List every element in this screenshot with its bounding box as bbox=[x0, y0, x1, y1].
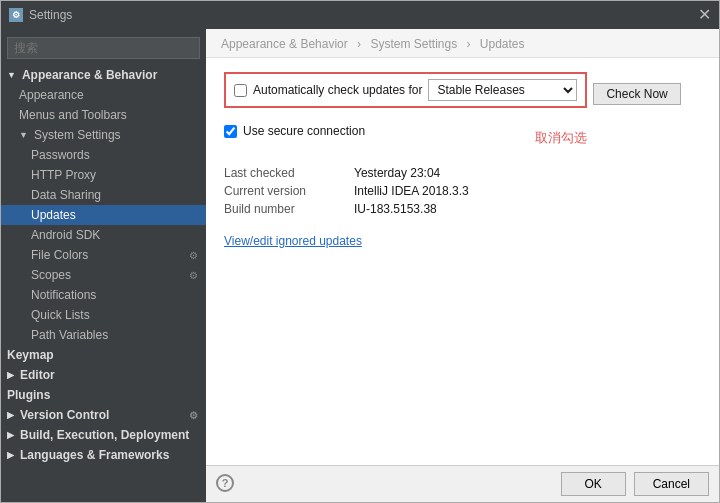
breadcrumb-separator-2: › bbox=[466, 37, 473, 51]
sidebar-item-android-sdk[interactable]: Android SDK bbox=[1, 225, 206, 245]
main-content: ▼ Appearance & Behavior Appearance Menus… bbox=[1, 29, 719, 502]
cancel-button[interactable]: Cancel bbox=[634, 472, 709, 496]
scopes-icon: ⚙ bbox=[189, 270, 198, 281]
sidebar-item-build-execution[interactable]: ▶ Build, Execution, Deployment bbox=[1, 425, 206, 445]
build-number-value: IU-183.5153.38 bbox=[354, 202, 437, 216]
breadcrumb: Appearance & Behavior › System Settings … bbox=[206, 29, 719, 58]
breadcrumb-separator-1: › bbox=[357, 37, 364, 51]
sidebar-item-updates[interactable]: Updates bbox=[1, 205, 206, 225]
sidebar-label: Menus and Toolbars bbox=[19, 108, 127, 122]
sidebar-label: Quick Lists bbox=[31, 308, 90, 322]
settings-window: ⚙ Settings ✕ ▼ Appearance & Behavior App… bbox=[0, 0, 720, 503]
stable-releases-dropdown[interactable]: Stable Releases Early Access Program Bet… bbox=[428, 79, 577, 101]
sidebar-label: Appearance bbox=[19, 88, 84, 102]
bottom-bar: ? OK Cancel bbox=[206, 465, 719, 502]
expand-icon: ▼ bbox=[19, 130, 28, 140]
auto-check-row: Automatically check updates for Stable R… bbox=[224, 72, 587, 108]
version-control-icon: ⚙ bbox=[189, 410, 198, 421]
sidebar-item-menus-toolbars[interactable]: Menus and Toolbars bbox=[1, 105, 206, 125]
right-panel: Appearance & Behavior › System Settings … bbox=[206, 29, 719, 502]
sidebar-label: Languages & Frameworks bbox=[20, 448, 169, 462]
file-colors-icon: ⚙ bbox=[189, 250, 198, 261]
expand-icon: ▼ bbox=[7, 70, 16, 80]
sidebar-label: Plugins bbox=[7, 388, 50, 402]
last-checked-value: Yesterday 23:04 bbox=[354, 166, 440, 180]
sidebar-item-version-control[interactable]: ▶ Version Control ⚙ bbox=[1, 405, 206, 425]
sidebar-label: File Colors bbox=[31, 248, 88, 262]
breadcrumb-part-1: Appearance & Behavior bbox=[221, 37, 348, 51]
cancel-annotation: 取消勾选 bbox=[535, 129, 587, 147]
ok-button[interactable]: OK bbox=[561, 472, 626, 496]
sidebar-label: Version Control bbox=[20, 408, 109, 422]
sidebar-label: Path Variables bbox=[31, 328, 108, 342]
sidebar-label: System Settings bbox=[34, 128, 121, 142]
sidebar-item-file-colors[interactable]: File Colors ⚙ bbox=[1, 245, 206, 265]
build-number-label: Build number bbox=[224, 202, 354, 216]
sidebar-item-passwords[interactable]: Passwords bbox=[1, 145, 206, 165]
build-number-row: Build number IU-183.5153.38 bbox=[224, 202, 701, 216]
secure-connection-container: Use secure connection 取消勾选 bbox=[224, 124, 701, 152]
sidebar-label: Scopes bbox=[31, 268, 71, 282]
sidebar-label: Notifications bbox=[31, 288, 96, 302]
current-version-label: Current version bbox=[224, 184, 354, 198]
check-now-button[interactable]: Check Now bbox=[593, 83, 680, 105]
close-button[interactable]: ✕ bbox=[698, 7, 711, 23]
sidebar-item-notifications[interactable]: Notifications bbox=[1, 285, 206, 305]
sidebar-item-appearance[interactable]: Appearance bbox=[1, 85, 206, 105]
sidebar-label: Build, Execution, Deployment bbox=[20, 428, 189, 442]
current-version-value: IntelliJ IDEA 2018.3.3 bbox=[354, 184, 469, 198]
dropdown-container: Stable Releases Early Access Program Bet… bbox=[428, 79, 577, 101]
sidebar-item-data-sharing[interactable]: Data Sharing bbox=[1, 185, 206, 205]
window-title: Settings bbox=[29, 8, 72, 22]
sidebar-item-languages-frameworks[interactable]: ▶ Languages & Frameworks bbox=[1, 445, 206, 465]
sidebar: ▼ Appearance & Behavior Appearance Menus… bbox=[1, 29, 206, 502]
auto-check-checkbox[interactable] bbox=[234, 84, 247, 97]
last-checked-row: Last checked Yesterday 23:04 bbox=[224, 166, 701, 180]
expand-icon: ▶ bbox=[7, 450, 14, 460]
sidebar-item-scopes[interactable]: Scopes ⚙ bbox=[1, 265, 206, 285]
footer-buttons: OK Cancel bbox=[561, 472, 709, 496]
info-table: Last checked Yesterday 23:04 Current ver… bbox=[224, 166, 701, 216]
last-checked-label: Last checked bbox=[224, 166, 354, 180]
sidebar-label: Editor bbox=[20, 368, 55, 382]
secure-connection-checkbox[interactable] bbox=[224, 125, 237, 138]
sidebar-label: Updates bbox=[31, 208, 76, 222]
sidebar-label: Appearance & Behavior bbox=[22, 68, 157, 82]
auto-check-label: Automatically check updates for bbox=[253, 83, 422, 97]
current-version-row: Current version IntelliJ IDEA 2018.3.3 bbox=[224, 184, 701, 198]
view-ignored-link[interactable]: View/edit ignored updates bbox=[224, 234, 362, 248]
title-bar: ⚙ Settings ✕ bbox=[1, 1, 719, 29]
expand-icon: ▶ bbox=[7, 430, 14, 440]
sidebar-label: Passwords bbox=[31, 148, 90, 162]
secure-row: Use secure connection bbox=[224, 124, 365, 138]
secure-connection-label: Use secure connection bbox=[243, 124, 365, 138]
content-area: Automatically check updates for Stable R… bbox=[206, 58, 719, 465]
sidebar-item-plugins[interactable]: Plugins bbox=[1, 385, 206, 405]
title-bar-left: ⚙ Settings bbox=[9, 8, 72, 22]
sidebar-item-system-settings[interactable]: ▼ System Settings bbox=[1, 125, 206, 145]
sidebar-item-quick-lists[interactable]: Quick Lists bbox=[1, 305, 206, 325]
help-button[interactable]: ? bbox=[216, 474, 234, 492]
search-input[interactable] bbox=[7, 37, 200, 59]
expand-icon: ▶ bbox=[7, 370, 14, 380]
sidebar-item-keymap[interactable]: Keymap bbox=[1, 345, 206, 365]
breadcrumb-part-3: Updates bbox=[480, 37, 525, 51]
sidebar-item-http-proxy[interactable]: HTTP Proxy bbox=[1, 165, 206, 185]
sidebar-label: Android SDK bbox=[31, 228, 100, 242]
sidebar-label: HTTP Proxy bbox=[31, 168, 96, 182]
sidebar-item-path-variables[interactable]: Path Variables bbox=[1, 325, 206, 345]
breadcrumb-part-2: System Settings bbox=[370, 37, 457, 51]
expand-icon: ▶ bbox=[7, 410, 14, 420]
sidebar-label: Keymap bbox=[7, 348, 54, 362]
sidebar-item-appearance-behavior[interactable]: ▼ Appearance & Behavior bbox=[1, 65, 206, 85]
sidebar-item-editor[interactable]: ▶ Editor bbox=[1, 365, 206, 385]
auto-check-container: Automatically check updates for Stable R… bbox=[224, 72, 701, 116]
sidebar-label: Data Sharing bbox=[31, 188, 101, 202]
app-icon: ⚙ bbox=[9, 8, 23, 22]
